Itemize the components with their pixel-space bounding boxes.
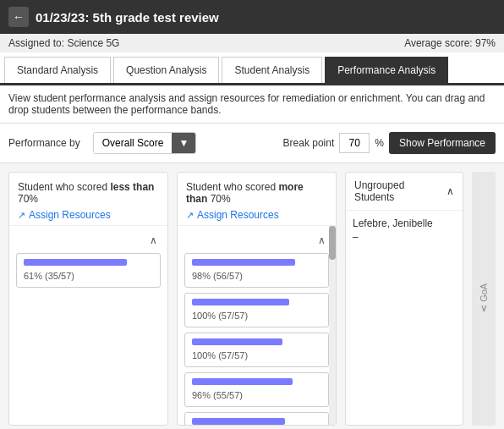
- ungrouped-student: Lefebre, Jenibelle: [353, 217, 456, 229]
- tab-performance[interactable]: Performance Analysis: [325, 57, 448, 83]
- show-performance-button[interactable]: Show Performance: [389, 132, 496, 154]
- tab-standard[interactable]: Standard Analysis: [4, 57, 111, 83]
- student-score: 100% (57/57): [192, 350, 248, 360]
- less-than-col-body: ∧ 61% (35/57): [9, 226, 167, 425]
- ungrouped-col: Ungrouped Students ∧ Lefebre, Jenibelle …: [345, 172, 463, 426]
- assigned-row: Assigned to: Science 5G Average score: 9…: [0, 34, 504, 52]
- student-card: 95% (54/57): [184, 412, 329, 425]
- student-name-redacted: [192, 299, 289, 305]
- less-than-scroll-up: ∧: [16, 233, 161, 248]
- partial-text-go: Go: [479, 289, 489, 302]
- student-card: 100% (57/57): [184, 293, 329, 327]
- student-card: 96% (55/57): [184, 372, 329, 407]
- student-name-redacted: [192, 338, 282, 345]
- info-bar: View student performance analysis and as…: [0, 85, 504, 124]
- less-than-scroll[interactable]: ∧ 61% (35/57): [9, 226, 167, 425]
- tab-question[interactable]: Question Analysis: [113, 57, 219, 83]
- more-than-col: Student who scored more than 70% ↗ Assig…: [177, 172, 337, 426]
- student-card: 98% (56/57): [184, 253, 329, 288]
- header-bar: ← 01/23/23: 5th grade test review: [0, 0, 504, 34]
- more-than-heading-post: 70%: [207, 193, 230, 205]
- student-score: 96% (55/57): [192, 390, 243, 400]
- more-than-heading-pre: Student who scored: [186, 181, 278, 193]
- less-than-heading-post: 70%: [18, 193, 38, 205]
- dropdown-arrow-icon[interactable]: ▼: [172, 133, 195, 153]
- ungrouped-header: Ungrouped Students ∧: [346, 173, 463, 211]
- ungrouped-scroll[interactable]: Lefebre, Jenibelle –: [346, 211, 463, 425]
- student-name-redacted: [24, 259, 127, 266]
- ungrouped-scroll-up-icon: ∧: [446, 185, 454, 197]
- breakpoint-input[interactable]: [339, 133, 370, 153]
- page-title: 01/23/23: 5th grade test review: [36, 10, 219, 25]
- ungrouped-dash: –: [353, 231, 456, 243]
- back-button[interactable]: ←: [8, 7, 29, 27]
- tab-bar: Standard Analysis Question Analysis Stud…: [0, 52, 504, 85]
- more-than-assign-link[interactable]: ↗ Assign Resources: [186, 209, 327, 221]
- student-card: 100% (57/57): [184, 333, 329, 367]
- student-name-redacted: [192, 418, 285, 425]
- back-icon: ←: [13, 10, 25, 24]
- less-than-header: Student who scored less than 70% ↗ Assig…: [9, 173, 167, 226]
- avg-score-label: Average score: 97%: [404, 37, 496, 49]
- pct-label: %: [375, 137, 384, 149]
- perf-by-value: Overall Score: [94, 133, 173, 153]
- scrollbar-thumb[interactable]: [329, 226, 336, 260]
- student-name-redacted: [192, 378, 293, 385]
- tab-student[interactable]: Student Analysis: [222, 57, 322, 83]
- student-score: 98% (56/57): [192, 271, 243, 281]
- breakpoint-label: Break point: [283, 137, 335, 149]
- ungrouped-heading: Ungrouped Students: [354, 179, 446, 203]
- student-score: 61% (35/57): [24, 271, 74, 281]
- scrollbar-track[interactable]: [329, 226, 336, 425]
- assigned-label: Assigned to: Science 5G: [8, 37, 119, 49]
- less-than-assign-link[interactable]: ↗ Assign Resources: [18, 209, 159, 221]
- partial-panel: A Go ∨: [472, 172, 496, 426]
- assign-icon-less: ↗: [18, 210, 25, 221]
- more-than-assign-label: Assign Resources: [197, 209, 279, 221]
- more-than-scroll[interactable]: ∧ 98% (56/57) 100% (57/57) 100% (57/57): [178, 226, 336, 425]
- perf-by-label: Performance by: [8, 137, 80, 149]
- perf-by-select[interactable]: Overall Score ▼: [93, 132, 197, 154]
- more-than-header: Student who scored more than 70% ↗ Assig…: [178, 173, 336, 226]
- controls-bar: Performance by Overall Score ▼ Break poi…: [0, 124, 504, 163]
- student-name-redacted: [192, 259, 295, 266]
- chevron-down-icon: ∨: [480, 302, 488, 314]
- columns-area: Student who scored less than 70% ↗ Assig…: [0, 163, 504, 429]
- info-text: View student performance analysis and as…: [8, 92, 485, 116]
- less-than-col: Student who scored less than 70% ↗ Assig…: [8, 172, 168, 426]
- breakpoint-wrap: Break point % Show Performance: [283, 132, 496, 154]
- assign-icon-more: ↗: [186, 210, 194, 221]
- less-than-heading-em: less than: [110, 181, 154, 193]
- student-card: 61% (35/57): [16, 253, 161, 288]
- more-than-col-body: ∧ 98% (56/57) 100% (57/57) 100% (57/57): [178, 226, 336, 425]
- student-score: 100% (57/57): [192, 311, 248, 321]
- less-than-heading-pre: Student who scored: [18, 181, 110, 193]
- more-than-scroll-up: ∧: [184, 233, 329, 248]
- less-than-assign-label: Assign Resources: [29, 209, 111, 221]
